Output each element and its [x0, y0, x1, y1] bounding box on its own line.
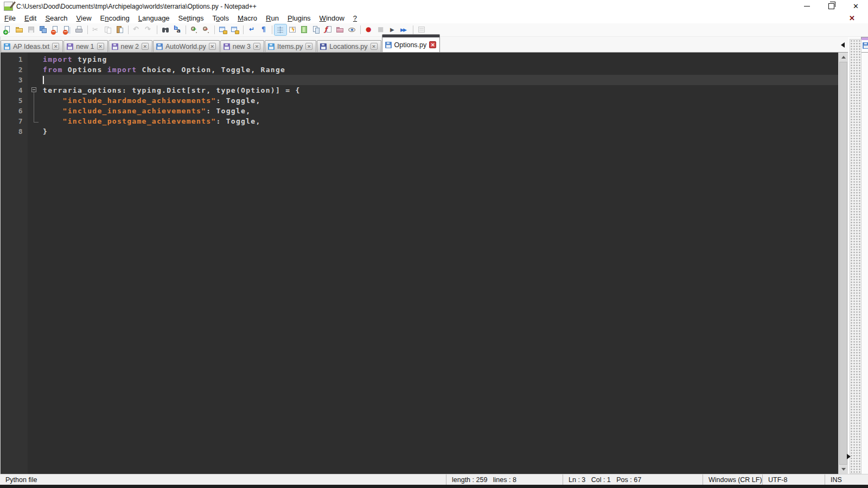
tab-items-py[interactable]: Items.py✕ — [265, 40, 316, 52]
cut-button[interactable] — [90, 24, 102, 35]
code-line[interactable]: "include_hardmode_achievements": Toggle, — [42, 95, 838, 106]
menu-run[interactable]: Run — [261, 14, 283, 23]
close-document-icon[interactable]: ✕ — [849, 14, 855, 22]
close-file-button[interactable] — [49, 24, 61, 35]
open-file-button[interactable] — [14, 24, 25, 35]
view-splitter[interactable] — [850, 39, 861, 474]
menu-language[interactable]: Language — [134, 14, 174, 23]
token-text: terraria_options: typing.Dict[str, type(… — [43, 86, 301, 94]
tab-ap-ideas-txt[interactable]: AP Ideas.txt✕ — [1, 40, 63, 52]
code-line[interactable]: import typing — [42, 54, 838, 65]
status-cursor-position: Ln : 3 Col : 1 Pos : 67 — [563, 474, 703, 485]
tab-close-icon[interactable]: ✕ — [209, 43, 216, 50]
redo-icon — [144, 25, 153, 34]
code-line[interactable]: terraria_options: typing.Dict[str, type(… — [42, 85, 838, 95]
paste-icon — [116, 25, 124, 34]
redo-button[interactable] — [143, 24, 155, 35]
macro-stop-button[interactable] — [375, 24, 387, 35]
tab-close-icon[interactable]: ✕ — [253, 43, 260, 50]
close-button[interactable]: ✕ — [844, 0, 868, 12]
tab-close-icon[interactable]: ✕ — [371, 43, 378, 50]
code-area[interactable]: import typingfrom Options import Choice,… — [42, 53, 838, 474]
zoom-in-button[interactable] — [188, 24, 200, 35]
menu-macro[interactable]: Macro — [233, 14, 261, 23]
macro-play-button[interactable] — [387, 24, 399, 35]
token-string: "include_hardmode_achievements" — [63, 97, 216, 105]
word-wrap-button[interactable] — [246, 24, 258, 35]
user-defined-language-icon — [288, 25, 297, 34]
sync-horizontal-button[interactable] — [229, 24, 241, 35]
tab-close-icon[interactable]: ✕ — [97, 43, 104, 50]
indent-guide-button[interactable] — [275, 24, 286, 35]
menu-window[interactable]: Window — [315, 14, 349, 23]
macro-run-multiple-button[interactable] — [399, 24, 411, 35]
menu-view[interactable]: View — [72, 14, 96, 23]
code-line[interactable] — [42, 75, 838, 85]
saved-file-icon — [320, 43, 327, 50]
save-all-button[interactable] — [37, 24, 49, 35]
print-button[interactable] — [73, 24, 85, 35]
code-line[interactable]: "include_insane_achievements": Toggle, — [42, 106, 838, 116]
restore-button[interactable] — [819, 0, 844, 12]
undo-button[interactable] — [131, 24, 143, 35]
menu-help[interactable]: ? — [349, 14, 361, 23]
menu-encoding[interactable]: Encoding — [96, 14, 134, 23]
replace-button[interactable] — [171, 24, 183, 35]
scroll-up-icon[interactable] — [839, 53, 848, 62]
find-button[interactable] — [159, 24, 171, 35]
tab-close-icon[interactable]: ✕ — [142, 43, 149, 50]
sync-vertical-button[interactable] — [217, 24, 229, 35]
paste-button[interactable] — [114, 24, 126, 35]
menu-plugins[interactable]: Plugins — [283, 14, 315, 23]
tab-scroll-left-icon[interactable] — [841, 42, 845, 48]
scroll-down-icon[interactable] — [839, 465, 848, 474]
editor[interactable]: 12345678 import typingfrom Options impor… — [1, 53, 848, 474]
menu-settings[interactable]: Settings — [174, 14, 208, 23]
vertical-scrollbar[interactable] — [838, 53, 848, 474]
macro-record-button[interactable] — [363, 24, 375, 35]
status-insert-mode[interactable]: INS — [825, 474, 868, 485]
document-map-icon — [300, 25, 309, 34]
fold-collapse-icon[interactable] — [28, 85, 42, 95]
macro-save-button[interactable] — [416, 24, 427, 35]
tab-autoworld-py[interactable]: AutoWorld.py✕ — [153, 40, 220, 52]
minimize-button[interactable] — [795, 0, 819, 12]
document-map-button[interactable] — [298, 24, 310, 35]
code-line[interactable]: } — [42, 126, 838, 137]
zoom-out-button[interactable] — [200, 24, 212, 35]
token-text: typing — [73, 55, 107, 63]
code-line[interactable]: "include_postgame_achievements": Toggle, — [42, 116, 838, 126]
monitoring-button[interactable] — [346, 24, 358, 35]
tab-close-icon[interactable]: ✕ — [305, 43, 312, 50]
folder-as-workspace-button[interactable] — [334, 24, 346, 35]
user-defined-language-button[interactable] — [286, 24, 298, 35]
menu-file[interactable]: File — [0, 14, 20, 23]
fold-cell — [28, 116, 42, 126]
monitoring-icon — [348, 25, 356, 34]
tab-locations-py[interactable]: Locations.py✕ — [317, 40, 381, 52]
document-list-button[interactable] — [310, 24, 322, 35]
token-text: : Toggle, — [216, 97, 260, 105]
tab-new-2[interactable]: new 2✕ — [108, 40, 152, 52]
second-view-tab-fragment[interactable] — [861, 37, 868, 53]
code-line[interactable]: from Options import Choice, Option, Togg… — [42, 65, 838, 75]
line-number: 4 — [1, 85, 28, 95]
close-all-button[interactable] — [61, 24, 73, 35]
copy-button[interactable] — [102, 24, 114, 35]
tab-new-1[interactable]: new 1✕ — [63, 40, 107, 52]
menu-edit[interactable]: Edit — [20, 14, 41, 23]
scrollbar-thumb[interactable] — [839, 62, 847, 465]
show-all-chars-button[interactable] — [258, 24, 270, 35]
tab-new-3[interactable]: new 3✕ — [220, 40, 264, 52]
menu-tools[interactable]: Tools — [208, 14, 233, 23]
line-number: 2 — [1, 65, 28, 75]
function-list-button[interactable] — [322, 24, 334, 35]
new-file-button[interactable] — [2, 24, 14, 35]
tab-close-icon[interactable]: ✕ — [52, 43, 59, 50]
tab-close-icon[interactable]: ✕ — [429, 41, 436, 48]
tab-options-py[interactable]: Options.py✕ — [382, 34, 441, 52]
main-area: AP Ideas.txt✕new 1✕new 2✕AutoWorld.py✕ne… — [0, 37, 868, 474]
token-keyword: import — [43, 55, 73, 63]
menu-search[interactable]: Search — [41, 14, 72, 23]
save-button[interactable] — [25, 24, 37, 35]
